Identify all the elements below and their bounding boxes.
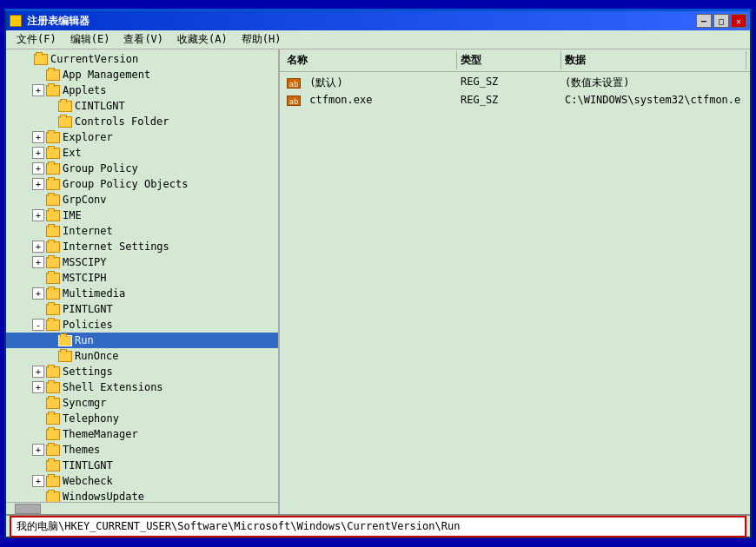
col-header-name: 名称 bbox=[283, 51, 457, 69]
tree-item-controlsfolder[interactable]: Controls Folder bbox=[6, 114, 278, 129]
folder-icon-themes bbox=[46, 445, 60, 456]
reg-value-icon: ab bbox=[287, 96, 301, 106]
folder-icon-cintlgnt bbox=[58, 101, 72, 112]
expander-multimedia[interactable]: + bbox=[32, 287, 44, 300]
registry-row[interactable]: ab (默认) REG_SZ (数值未设置) bbox=[280, 74, 750, 92]
menu-file[interactable]: 文件(F) bbox=[10, 30, 63, 49]
tree-item-themes[interactable]: + Themes bbox=[6, 442, 278, 458]
reg-name-default: ab (默认) bbox=[283, 75, 457, 91]
tree-item-tintlgnt[interactable]: TINTLGNT bbox=[6, 458, 278, 473]
tree-item-webcheck[interactable]: + Webcheck bbox=[6, 473, 278, 489]
expander-internetsettings[interactable]: + bbox=[32, 241, 44, 253]
tree-item-grouppolicy[interactable]: + Group Policy bbox=[6, 161, 278, 176]
folder-icon-internet bbox=[46, 226, 60, 237]
folder-icon-grpconv bbox=[46, 194, 60, 206]
registry-entries: ab (默认) REG_SZ (数值未设置) ab ctfmon.exe REG… bbox=[280, 72, 750, 514]
minimize-button[interactable]: — bbox=[696, 14, 712, 28]
folder-icon-appmanagement bbox=[46, 69, 60, 81]
reg-data-ctfmon: C:\WINDOWS\system32\ctfmon.e bbox=[561, 93, 746, 107]
col-header-type: 类型 bbox=[457, 51, 561, 69]
tree-item-ext[interactable]: + Ext bbox=[6, 145, 278, 161]
reg-value-icon: ab bbox=[287, 78, 301, 89]
tree-scroll[interactable]: CurrentVersion App Management + Applets bbox=[6, 49, 278, 502]
folder-icon-tintlgnt bbox=[46, 460, 60, 471]
menu-favorites[interactable]: 收藏夹(A) bbox=[170, 30, 235, 49]
restore-button[interactable]: □ bbox=[713, 14, 729, 28]
tree-panel: CurrentVersion App Management + Applets bbox=[6, 49, 280, 514]
tree-item-msscipy[interactable]: + MSSCIPY bbox=[6, 254, 278, 270]
tree-item-internet[interactable]: Internet bbox=[6, 223, 278, 239]
expander-grouppolicyobjects[interactable]: + bbox=[32, 178, 44, 190]
expander-ext[interactable]: + bbox=[32, 147, 44, 159]
expander-explorer[interactable]: + bbox=[32, 131, 44, 143]
expander-webcheck[interactable]: + bbox=[32, 475, 44, 487]
folder-icon-settings bbox=[46, 366, 60, 378]
expander-themes[interactable]: + bbox=[32, 444, 44, 456]
tree-item-windowsupdate[interactable]: WindowsUpdate bbox=[6, 489, 278, 502]
tree-item-run[interactable]: Run bbox=[6, 333, 278, 348]
tree-item-pintlgnt[interactable]: PINTLGNT bbox=[6, 301, 278, 317]
expander-applets[interactable]: + bbox=[32, 84, 44, 96]
expander-policies[interactable]: - bbox=[32, 319, 44, 331]
status-path: 我的电脑\HKEY_CURRENT_USER\Software\Microsof… bbox=[10, 516, 746, 537]
folder-icon-grouppolicyobjects bbox=[46, 179, 60, 190]
main-area: CurrentVersion App Management + Applets bbox=[6, 49, 750, 514]
tree-item-runonce[interactable]: RunOnce bbox=[6, 348, 278, 364]
title-bar: 注册表编辑器 — □ ✕ bbox=[6, 11, 750, 30]
folder-icon-mstciph bbox=[46, 273, 60, 284]
folder-icon-grouppolicy bbox=[46, 163, 60, 175]
tree-item-currentversion[interactable]: CurrentVersion bbox=[6, 51, 278, 67]
folder-icon-multimedia bbox=[46, 288, 60, 300]
menu-help[interactable]: 帮助(H) bbox=[235, 30, 288, 49]
tree-item-policies[interactable]: - Policies bbox=[6, 317, 278, 333]
col-header-data: 数据 bbox=[561, 51, 746, 69]
reg-type-default: REG_SZ bbox=[457, 75, 561, 91]
folder-icon-shellextensions bbox=[46, 382, 60, 393]
folder-icon-policies bbox=[46, 320, 60, 331]
right-panel: 名称 类型 数据 ab (默认) REG_SZ (数值未设置) ab bbox=[280, 49, 750, 514]
expander-ime[interactable]: + bbox=[32, 209, 44, 221]
tree-item-grouppolicyobjects[interactable]: + Group Policy Objects bbox=[6, 176, 278, 192]
column-headers: 名称 类型 数据 bbox=[280, 49, 750, 72]
menu-edit[interactable]: 编辑(E) bbox=[63, 30, 117, 49]
tree-item-syncmgr[interactable]: Syncmgr bbox=[6, 395, 278, 411]
folder-icon-controlsfolder bbox=[58, 116, 72, 128]
folder-icon-currentversion bbox=[34, 54, 48, 65]
menu-view[interactable]: 查看(V) bbox=[116, 30, 170, 49]
title-buttons: — □ ✕ bbox=[696, 14, 746, 28]
close-button[interactable]: ✕ bbox=[731, 14, 746, 28]
app-icon bbox=[10, 15, 22, 27]
registry-editor-window: 注册表编辑器 — □ ✕ 文件(F) 编辑(E) 查看(V) 收藏夹(A) 帮助… bbox=[4, 9, 752, 538]
folder-icon-syncmgr bbox=[46, 398, 60, 409]
folder-icon-telephony bbox=[46, 413, 60, 425]
tree-item-telephony[interactable]: Telephony bbox=[6, 411, 278, 426]
tree-item-appmanagement[interactable]: App Management bbox=[6, 67, 278, 82]
tree-item-settings[interactable]: + Settings bbox=[6, 364, 278, 379]
tree-item-shellextensions[interactable]: + Shell Extensions bbox=[6, 379, 278, 395]
tree-item-grpconv[interactable]: GrpConv bbox=[6, 192, 278, 208]
expander-shellextensions[interactable]: + bbox=[32, 381, 44, 393]
folder-icon-runonce bbox=[58, 351, 72, 362]
folder-icon-internetsettings bbox=[46, 241, 60, 253]
tree-item-applets[interactable]: + Applets bbox=[6, 82, 278, 98]
tree-item-internetsettings[interactable]: + Internet Settings bbox=[6, 239, 278, 254]
registry-row[interactable]: ab ctfmon.exe REG_SZ C:\WINDOWS\system32… bbox=[280, 92, 750, 108]
tree-item-cintlgnt[interactable]: CINTLGNT bbox=[6, 98, 278, 114]
tree-item-mstciph[interactable]: MSTCIPH bbox=[6, 270, 278, 286]
tree-item-ime[interactable]: + IME bbox=[6, 208, 278, 223]
tree-hscrollbar[interactable] bbox=[6, 502, 278, 514]
folder-icon-windowsupdate bbox=[46, 491, 60, 503]
reg-type-ctfmon: REG_SZ bbox=[457, 93, 561, 107]
folder-icon-applets bbox=[46, 85, 60, 96]
expander-settings[interactable]: + bbox=[32, 366, 44, 378]
tree-item-multimedia[interactable]: + Multimedia bbox=[6, 286, 278, 301]
folder-icon-run bbox=[58, 335, 72, 346]
status-bar: 我的电脑\HKEY_CURRENT_USER\Software\Microsof… bbox=[6, 514, 750, 537]
tree-hscrollbar-thumb[interactable] bbox=[15, 504, 41, 514]
expander-grouppolicy[interactable]: + bbox=[32, 162, 44, 175]
expander-msscipy[interactable]: + bbox=[32, 256, 44, 268]
tree-item-explorer[interactable]: + Explorer bbox=[6, 129, 278, 145]
folder-icon-msscipy bbox=[46, 257, 60, 268]
folder-icon-thememanager bbox=[46, 429, 60, 440]
tree-item-thememanager[interactable]: ThemeManager bbox=[6, 426, 278, 442]
